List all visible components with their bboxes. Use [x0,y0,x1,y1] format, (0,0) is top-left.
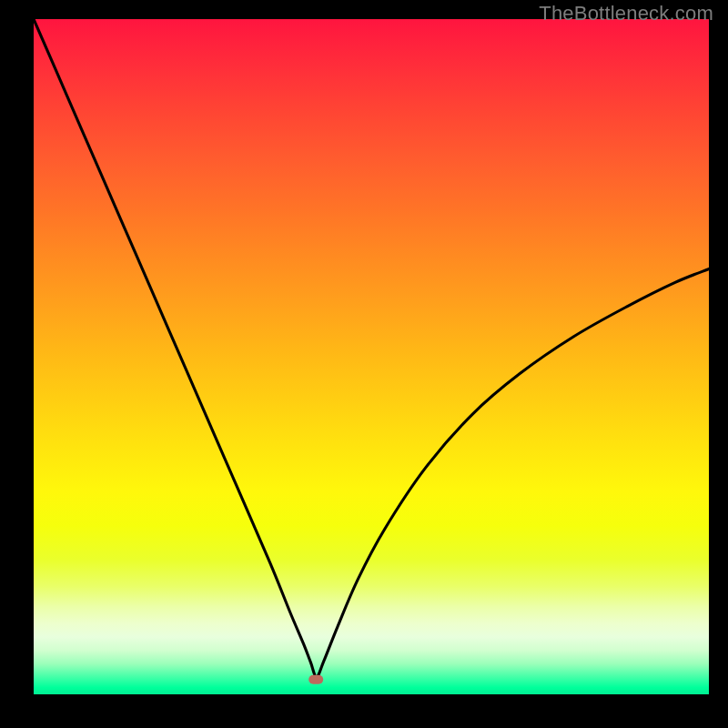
watermark-text: TheBottleneck.com [539,2,713,25]
chart-plot-area [34,19,709,694]
bottleneck-curve-svg [34,19,709,694]
minimum-marker [308,675,323,684]
bottleneck-curve-path [34,19,709,677]
chart-frame: TheBottleneck.com [0,0,728,728]
